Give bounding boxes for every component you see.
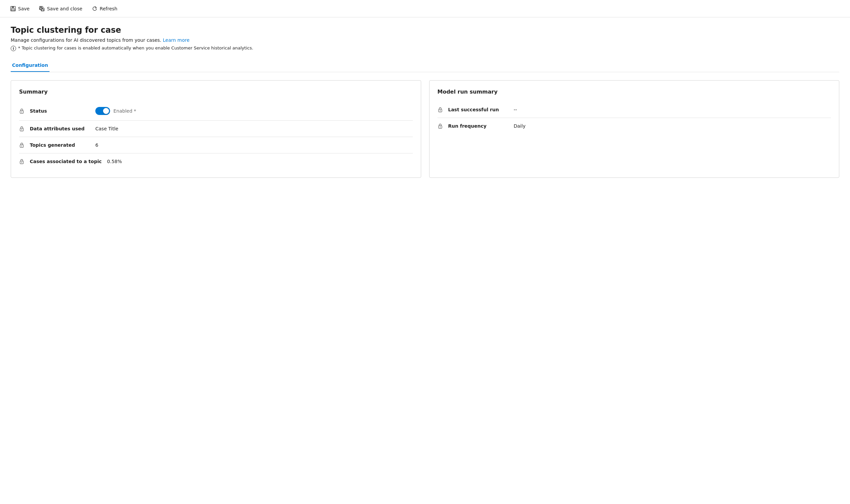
last-run-field-row: Last successful run -- [437, 102, 831, 118]
run-frequency-lock-icon [437, 123, 443, 129]
svg-point-21 [439, 127, 440, 127]
save-close-icon [39, 6, 45, 12]
run-frequency-value: Daily [514, 123, 525, 129]
cards-container: Summary Status Enabled * [11, 80, 839, 178]
save-icon [10, 6, 16, 12]
status-toggle[interactable] [96, 107, 110, 115]
cases-associated-field-row: Cases associated to a topic 0.58% [19, 154, 413, 169]
data-attributes-lock-icon [19, 126, 24, 131]
refresh-icon [92, 6, 98, 12]
last-run-value: -- [514, 107, 517, 112]
refresh-button[interactable]: Refresh [87, 4, 122, 14]
topics-generated-label: Topics generated [30, 142, 90, 148]
svg-point-13 [21, 129, 22, 130]
description-text: Manage configurations for AI discovered … [11, 37, 161, 43]
status-field-row: Status Enabled * [19, 102, 413, 121]
cases-associated-label: Cases associated to a topic [30, 159, 102, 164]
svg-point-11 [21, 112, 22, 112]
save-close-label: Save and close [47, 6, 82, 11]
page-description: Manage configurations for AI discovered … [11, 37, 839, 43]
toolbar: Save Save and close Refresh [0, 0, 850, 17]
svg-rect-5 [40, 6, 42, 8]
topics-generated-value: 6 [96, 142, 98, 148]
svg-point-19 [439, 110, 440, 111]
status-lock-icon [19, 108, 24, 114]
main-content: Topic clustering for case Manage configu… [0, 17, 850, 186]
run-frequency-label: Run frequency [448, 123, 508, 129]
info-icon: i [11, 46, 16, 51]
save-close-button[interactable]: Save and close [34, 4, 87, 14]
topics-lock-icon [19, 142, 24, 148]
cases-associated-value: 0.58% [107, 159, 122, 164]
summary-card: Summary Status Enabled * [11, 80, 421, 178]
svg-point-17 [21, 162, 22, 163]
save-button[interactable]: Save [5, 4, 34, 14]
cases-lock-icon [19, 159, 24, 164]
page-title: Topic clustering for case [11, 25, 839, 35]
data-attributes-label: Data attributes used [30, 126, 90, 131]
last-run-lock-icon [437, 107, 443, 112]
model-run-card-title: Model run summary [437, 89, 831, 95]
info-note-text: * Topic clustering for cases is enabled … [18, 46, 253, 51]
model-run-card: Model run summary Last successful run -- [429, 80, 839, 178]
svg-rect-3 [12, 9, 14, 10]
tab-configuration[interactable]: Configuration [11, 59, 50, 72]
data-attributes-field-row: Data attributes used Case Title [19, 121, 413, 137]
svg-point-15 [21, 146, 22, 146]
tabs: Configuration [11, 59, 839, 72]
status-label: Status [30, 108, 90, 114]
svg-rect-8 [42, 8, 43, 9]
svg-rect-1 [12, 6, 14, 8]
status-toggle-container: Enabled * [96, 107, 136, 115]
status-toggle-text: Enabled * [114, 108, 136, 114]
data-attributes-value: Case Title [96, 126, 118, 131]
topics-generated-field-row: Topics generated 6 [19, 137, 413, 154]
run-frequency-field-row: Run frequency Daily [437, 118, 831, 134]
learn-more-link[interactable]: Learn more [163, 37, 190, 43]
info-note: i * Topic clustering for cases is enable… [11, 46, 839, 51]
refresh-label: Refresh [100, 6, 117, 11]
save-label: Save [18, 6, 30, 11]
summary-card-title: Summary [19, 89, 413, 95]
last-run-label: Last successful run [448, 107, 508, 112]
